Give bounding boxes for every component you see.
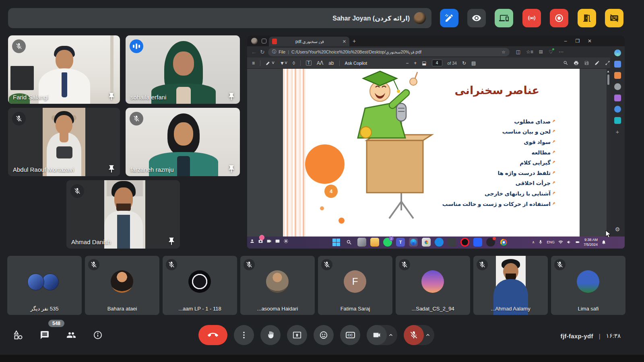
tile-bahara-ataei[interactable]: Bahara ataei (85, 256, 159, 315)
dictionary-icon[interactable]: ab (328, 60, 334, 66)
tile-lima-safi[interactable]: Lima safi (551, 256, 625, 315)
more-menu-icon[interactable]: ⋯ (559, 49, 564, 55)
live-broadcast-button[interactable] (522, 9, 541, 27)
ask-copilot-label[interactable]: Ask Copilot (345, 61, 367, 66)
split-screen-icon[interactable]: ◫ (516, 49, 520, 55)
highlighter-icon[interactable]: ▼˅ (280, 60, 287, 66)
eye-preview-button[interactable] (467, 9, 486, 27)
keyboard-off-button[interactable] (605, 9, 623, 27)
tile-sadat-cs[interactable]: ...Sadat_CS_2_94 (396, 256, 470, 315)
sidebar-app-icon-4[interactable] (614, 106, 621, 113)
sidebar-app-icon-2[interactable] (614, 72, 621, 79)
window-minimize-button[interactable]: – (559, 38, 572, 44)
add-text-icon[interactable]: T (306, 60, 312, 66)
print-icon[interactable] (574, 60, 579, 66)
fit-page-icon[interactable]: ⬓ (422, 60, 426, 66)
sidebar-copilot-icon[interactable] (614, 49, 621, 56)
chat-button[interactable] (39, 329, 51, 341)
tile-masooma-haidari[interactable]: ...asooma Haidari (240, 256, 315, 315)
read-aloud-icon[interactable]: Aᐱ (317, 60, 323, 66)
captions-button[interactable]: CC (340, 325, 360, 345)
zoom-out-icon[interactable]: − (406, 60, 409, 66)
opera-icon[interactable] (460, 238, 469, 247)
reactions-button[interactable] (314, 325, 334, 345)
tile-fatima-saraj[interactable]: F Fatima Saraj (318, 256, 392, 315)
scroll-up-arrow[interactable]: ▲ (607, 70, 610, 73)
blue-app-icon[interactable] (473, 238, 482, 247)
window-close-button[interactable]: ✕ (584, 38, 596, 44)
annotate-pen-button[interactable] (440, 9, 458, 27)
tile-ahmad-aalamy[interactable]: ...Ahmad Aalamy (473, 256, 548, 315)
zoom-in-icon[interactable]: + (414, 60, 417, 66)
screen-share-tile[interactable]: فن سخنوری.pdf ✕ + – ❐ ✕ ← ↻ ⓘ File | C:/… (247, 35, 625, 249)
url-field[interactable]: ⓘ File | C:/Users/Your%20Choice%20Is%20B… (268, 48, 510, 56)
favorites-icon[interactable]: ☆≡ (526, 49, 533, 55)
sidebar-settings-icon[interactable]: ⚙ (615, 226, 620, 232)
people-button[interactable] (65, 329, 77, 341)
meeting-room-button[interactable] (578, 9, 596, 27)
photos-icon[interactable] (422, 238, 431, 247)
taskbar-clock[interactable]: 9:38 AM 7/5/2024 (584, 237, 598, 247)
battery-icon[interactable] (575, 240, 580, 245)
info-button[interactable] (92, 329, 104, 341)
refresh-icon[interactable]: ↻ (260, 49, 265, 55)
new-tab-button[interactable]: + (353, 38, 356, 44)
volume-icon[interactable] (567, 240, 572, 245)
camera-button[interactable] (367, 325, 387, 345)
fullscreen-icon[interactable] (605, 60, 610, 66)
dark-app-icon[interactable] (448, 238, 456, 247)
sidebar-people-icon[interactable] (614, 83, 621, 90)
mic-button-muted[interactable] (404, 325, 424, 345)
pin-button[interactable] (227, 92, 236, 101)
camera-options-chevron[interactable] (387, 332, 395, 338)
tile-aam-lp[interactable]: ...aam LP - 1 - 118 (163, 256, 237, 315)
search-document-icon[interactable] (563, 60, 568, 66)
present-button[interactable] (287, 325, 307, 345)
sidebar-app-icon-5[interactable] (614, 117, 621, 124)
record-button[interactable] (550, 9, 568, 27)
file-explorer-icon[interactable] (370, 238, 379, 247)
mic-options-chevron[interactable] (424, 332, 432, 338)
window-restore-button[interactable]: ❐ (572, 38, 584, 44)
media-app-icon[interactable] (435, 238, 444, 247)
sidebar-app-icon-3[interactable] (614, 95, 621, 101)
notifications-bell-icon[interactable] (601, 240, 606, 245)
video-tile-ahmad-danish[interactable]: Ahmad Danish (66, 180, 180, 249)
obs-icon[interactable] (486, 238, 495, 247)
taskbar-search-icon[interactable] (345, 238, 353, 247)
browser-profile-avatar[interactable] (251, 38, 258, 44)
rotate-icon[interactable]: ↻ (462, 60, 466, 66)
pin-button[interactable] (107, 165, 116, 173)
wifi-icon[interactable] (558, 240, 563, 245)
pin-button[interactable] (107, 92, 116, 101)
browser-essentials-icon[interactable]: ♡ (549, 49, 553, 55)
eraser-icon[interactable]: ◊ (293, 60, 295, 66)
sidebar-add-icon[interactable]: + (616, 128, 619, 135)
end-call-button[interactable] (198, 325, 227, 345)
whatsapp-icon[interactable]: 2 (383, 238, 392, 247)
collections-icon[interactable]: ⊞ (539, 49, 543, 55)
tray-mic-icon[interactable] (538, 240, 543, 245)
page-view-icon[interactable]: ▤ (471, 60, 476, 66)
video-tile-farid-salangi[interactable]: Farid Salangi (8, 35, 120, 104)
save-icon[interactable] (584, 60, 589, 66)
video-tile-abdul-raouf-mortazavi[interactable]: Abdul Raouf Mortazavi (8, 108, 120, 176)
page-number-input[interactable]: 4 (432, 60, 442, 66)
video-tile-sohaila-erfani[interactable]: sohaila erfani (126, 35, 240, 104)
edge-icon[interactable] (409, 238, 418, 247)
raise-hand-button[interactable] (260, 325, 281, 345)
teams-icon[interactable]: T (396, 238, 405, 247)
overflow-tile-others[interactable]: 535 نفر دیگر (7, 256, 82, 315)
pin-button[interactable] (227, 165, 236, 173)
sidebar-app-icon-1[interactable] (614, 61, 621, 68)
tray-chevron-icon[interactable]: ∧ (532, 240, 535, 244)
devices-button[interactable] (495, 9, 513, 27)
pin-button[interactable] (167, 237, 176, 246)
favorite-star-icon[interactable]: ☆ (502, 49, 505, 54)
chrome-icon[interactable] (499, 238, 508, 247)
pdf-scrollbar[interactable] (607, 69, 610, 237)
toc-icon[interactable]: ≡ (252, 60, 255, 66)
save-as-icon[interactable] (594, 60, 600, 66)
video-tile-farzaneh-razmju[interactable]: farzaneh razmju (126, 108, 240, 176)
draw-pen-icon[interactable]: ˅ (266, 60, 275, 66)
